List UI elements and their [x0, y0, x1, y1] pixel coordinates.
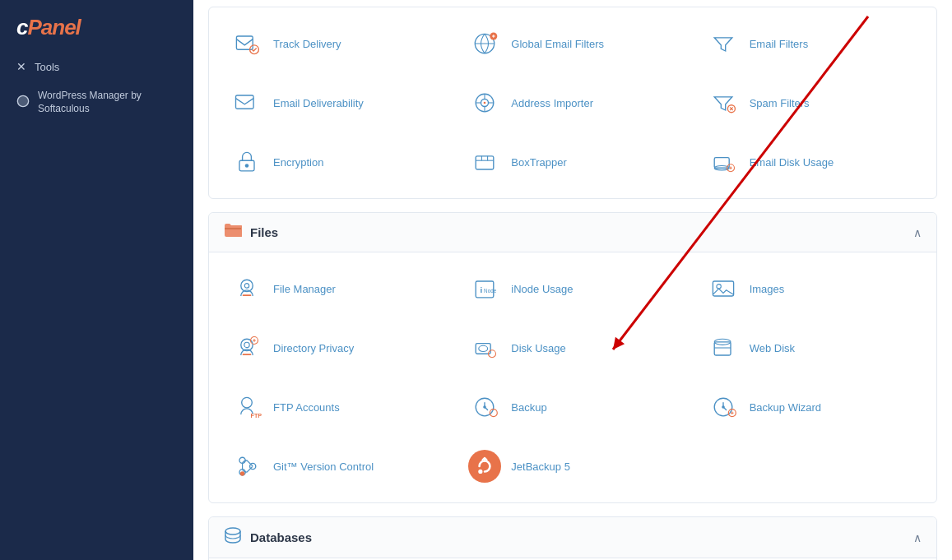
backup-label: Backup [511, 401, 546, 414]
address-importer-label: Address Importer [511, 97, 593, 109]
sidebar-item-wordpress-manager[interactable]: WordPress Manager by Softaculous [0, 81, 193, 123]
inode-usage-item[interactable]: i Node iNode Usage [455, 261, 690, 317]
svg-text:FTP: FTP [251, 412, 262, 419]
jetbackup-label: JetBackup 5 [511, 460, 570, 473]
sidebar: cPanel ✕ Tools WordPress Manager by Soft… [0, 0, 193, 560]
directory-privacy-item[interactable]: Directory Privacy [217, 320, 452, 376]
spam-filters-label: Spam Filters [750, 97, 810, 109]
file-manager-label: File Manager [273, 283, 336, 295]
email-section-partial: Track Delivery Global Email Filters [208, 7, 937, 199]
ftp-accounts-label: FTP Accounts [273, 401, 340, 414]
files-section-header[interactable]: Files ∧ [209, 213, 936, 252]
svg-rect-18 [476, 156, 495, 169]
email-filters-item[interactable]: Email Filters [694, 16, 928, 72]
ftp-accounts-icon: FTP [230, 391, 263, 423]
svg-rect-24 [243, 294, 252, 296]
files-section: Files ∧ File Manager [208, 212, 937, 503]
track-delivery-label: Track Delivery [273, 38, 341, 50]
wordpress-icon [16, 95, 30, 110]
files-section-header-left: Files [224, 223, 278, 242]
backup-item[interactable]: Backup [455, 379, 690, 435]
email-deliverability-label: Email Deliverability [273, 97, 364, 109]
disk-usage-icon [468, 331, 501, 364]
web-disk-item[interactable]: Web Disk [694, 320, 928, 376]
sidebar-item-tools[interactable]: ✕ Tools [0, 52, 193, 81]
encryption-icon [230, 146, 263, 178]
svg-text:i: i [481, 285, 483, 294]
spam-filters-item[interactable]: Spam Filters [694, 75, 928, 131]
files-chevron-icon: ∧ [913, 226, 922, 239]
images-icon [707, 272, 740, 305]
svg-rect-32 [243, 354, 252, 355]
svg-point-17 [245, 164, 249, 168]
sidebar-item-wordpress-label: WordPress Manager by Softaculous [38, 90, 177, 115]
global-email-filters-icon [468, 27, 501, 60]
images-item[interactable]: Images [694, 261, 928, 317]
web-disk-label: Web Disk [750, 342, 795, 354]
track-delivery-item[interactable]: Track Delivery [217, 16, 452, 72]
git-version-control-item[interactable]: Git™ Version Control [217, 438, 452, 494]
email-disk-usage-item[interactable]: Email Disk Usage [694, 134, 928, 190]
email-filters-label: Email Filters [750, 38, 809, 50]
email-disk-usage-icon [707, 146, 740, 178]
jetbackup-logo [468, 450, 501, 483]
backup-wizard-item[interactable]: Backup Wizard [694, 379, 928, 435]
backup-wizard-label: Backup Wizard [750, 401, 821, 414]
email-filters-icon [707, 27, 740, 60]
jetbackup-item[interactable]: JetBackup 5 [455, 438, 690, 494]
svg-point-50 [240, 471, 244, 475]
address-importer-item[interactable]: Address Importer [455, 75, 690, 131]
boxtrapper-label: BoxTrapper [511, 156, 566, 169]
main-content: Track Delivery Global Email Filters [193, 0, 952, 560]
svg-rect-7 [236, 95, 254, 109]
email-deliverability-icon [230, 86, 263, 119]
svg-point-52 [479, 470, 483, 474]
jetbackup-icon [468, 450, 501, 483]
svg-point-35 [479, 345, 488, 351]
svg-rect-28 [713, 281, 733, 296]
boxtrapper-icon [468, 146, 501, 178]
global-email-filters-item[interactable]: Global Email Filters [455, 16, 690, 72]
backup-icon [468, 391, 501, 423]
files-section-title: Files [250, 225, 278, 239]
git-version-control-label: Git™ Version Control [273, 460, 374, 473]
files-folder-icon [224, 223, 242, 242]
svg-point-23 [244, 284, 248, 288]
track-delivery-icon [230, 27, 263, 60]
tools-icon: ✕ [16, 60, 26, 73]
file-manager-item[interactable]: File Manager [217, 261, 452, 317]
directory-privacy-label: Directory Privacy [273, 342, 354, 354]
svg-point-39 [242, 397, 253, 408]
address-importer-icon [468, 86, 501, 119]
encryption-item[interactable]: Encryption [217, 134, 452, 190]
databases-db-icon [224, 527, 242, 548]
svg-text:Node: Node [484, 288, 497, 294]
web-disk-icon [707, 331, 740, 364]
email-deliverability-item[interactable]: Email Deliverability [217, 75, 452, 131]
encryption-label: Encryption [273, 156, 323, 169]
databases-section-header-left: Databases [224, 527, 312, 548]
svg-point-31 [244, 342, 249, 347]
images-label: Images [750, 283, 785, 295]
file-manager-icon [230, 272, 263, 305]
inode-usage-icon: i Node [468, 272, 501, 305]
disk-usage-item[interactable]: Disk Usage [455, 320, 690, 376]
boxtrapper-item[interactable]: BoxTrapper [455, 134, 690, 190]
git-version-control-icon [230, 450, 263, 483]
disk-usage-label: Disk Usage [511, 342, 565, 354]
cpanel-logo: cPanel [0, 0, 193, 52]
svg-point-45 [722, 405, 725, 409]
email-disk-usage-label: Email Disk Usage [750, 156, 834, 169]
directory-privacy-icon [230, 331, 263, 364]
email-items-grid: Track Delivery Global Email Filters [209, 7, 936, 198]
files-items-grid: File Manager i Node iNode Usage [209, 252, 936, 502]
backup-wizard-icon [707, 391, 740, 423]
svg-point-51 [471, 452, 499, 479]
databases-section-header[interactable]: Databases ∧ [209, 517, 936, 558]
svg-point-10 [484, 102, 486, 104]
inode-usage-label: iNode Usage [511, 283, 573, 295]
svg-point-53 [225, 528, 240, 535]
svg-point-42 [484, 405, 487, 409]
ftp-accounts-item[interactable]: FTP FTP Accounts [217, 379, 452, 435]
spam-filters-icon [707, 86, 740, 119]
